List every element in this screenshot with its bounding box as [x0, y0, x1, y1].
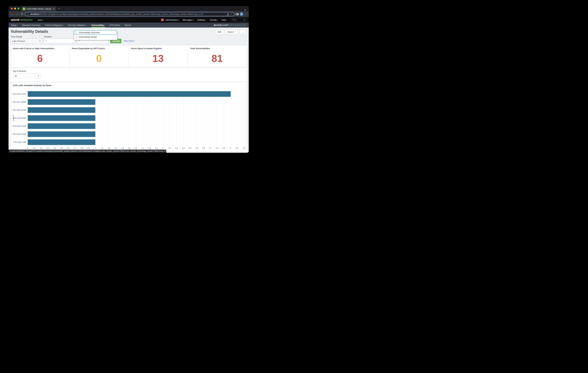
nav-item-mandiant-overview[interactable]: Mandiant Overview [22, 23, 40, 28]
share-icon[interactable] [227, 13, 229, 15]
browser-toolbar: ← → i localhost:8000/en-US/app/TA-mandia… [9, 11, 249, 17]
dropdown-item-1[interactable]: ✓Vulnerability Details [75, 35, 116, 39]
splunk-logo[interactable]: splunk>enterprise [11, 18, 32, 21]
nav-item-search[interactable]: Search [125, 23, 131, 28]
nav-item-setup[interactable]: Setup▾ [11, 23, 18, 28]
bookmark-star-icon[interactable]: ☆ [230, 13, 232, 16]
header-menu-messages[interactable]: Messages▾ [183, 19, 194, 21]
browser-tab[interactable]: > Vulnerability Details | Splunk 8. × [21, 7, 56, 11]
header-menu-administrator[interactable]: Administrator▾ [165, 19, 179, 21]
bar-CVE-2022-1786[interactable] [28, 139, 95, 145]
gridline [183, 90, 183, 146]
forward-icon[interactable]: → [15, 13, 19, 16]
gridline [190, 90, 190, 146]
screen: > Vulnerability Details | Splunk 8. × + … [0, 0, 257, 163]
dropdown-item-0[interactable]: Vulnerability Overview [75, 30, 116, 35]
nav-item-threat-intelligence[interactable]: Threat Intelligence▾ [45, 23, 63, 28]
top-n-label: Top N Results [13, 70, 26, 72]
kpi-panel-0: Hosts with Critical or High Vulnerabilit… [11, 46, 69, 67]
view-dropdown-list: Vulnerability Overview✓Vulnerability Det… [75, 30, 116, 39]
x-tick-label: 0.4 [53, 147, 56, 149]
x-tick-label: 1.8 [148, 147, 151, 149]
bar-CVE-2018-16750[interactable] [28, 107, 95, 113]
gridline [102, 90, 102, 146]
time-range-label: Time Range [11, 35, 22, 38]
find-box[interactable] [231, 18, 246, 22]
export-button[interactable]: Export▾ [225, 30, 238, 34]
site-info-icon[interactable]: i [27, 13, 29, 15]
browser-window: > Vulnerability Details | Splunk 8. × + … [9, 6, 249, 153]
search-icon [243, 19, 245, 21]
chart-title: CVEs with Available Exploits by Hosts [13, 84, 52, 87]
splunk-header: splunk>enterprise Apps▾ ! Administrator▾… [9, 17, 249, 23]
header-menu-activity[interactable]: Activity▾ [210, 19, 218, 21]
nav-item-dtm-alerts[interactable]: DTM Alerts [110, 23, 120, 28]
x-tick-label: 2.9 [223, 147, 225, 149]
gridline [149, 90, 150, 146]
url-text: localhost:8000/en-US/app/TA-mandiant-adv… [30, 13, 226, 15]
window-controls[interactable] [11, 8, 19, 10]
bar-CVE-2017-12805[interactable] [28, 99, 95, 105]
header-menu-settings[interactable]: Settings▾ [197, 19, 206, 21]
top-n-select[interactable]: 10▼ [13, 73, 41, 78]
back-icon[interactable]: ← [10, 13, 14, 16]
vendors-input[interactable]: * [44, 39, 75, 43]
category-label-CVE-2022-1786: CVE-2022-1786 [13, 141, 26, 143]
gridline [224, 90, 224, 146]
gridline [237, 90, 238, 146]
x-tick-label: 1.7 [141, 147, 144, 149]
mandiant-advantage-logo: MANDIANTADVANTAGE [214, 23, 246, 28]
side-panel-icon[interactable] [236, 13, 238, 15]
close-window-button[interactable] [11, 8, 13, 10]
minimize-window-button[interactable] [14, 8, 16, 10]
zoom-window-button[interactable] [17, 8, 19, 10]
x-tick-label: 2.1 [168, 147, 171, 149]
x-tick-label: 0 [27, 147, 28, 149]
browser-profile-avatar[interactable]: A [240, 12, 243, 16]
bar-CVE-2019-13305[interactable] [28, 131, 95, 137]
edit-button[interactable]: Edit [215, 30, 223, 34]
bar-CVE-2019-13311[interactable] [28, 91, 231, 97]
kpi-value: 6 [11, 50, 69, 66]
nav-item-security-validation[interactable]: Security Validation▾ [68, 23, 87, 28]
browser-menu-icon[interactable]: ⋮ [245, 13, 247, 16]
time-range-select[interactable]: Last 24 hours▼ [11, 39, 42, 43]
x-tick-label: 2.8 [216, 147, 218, 149]
x-tick-label: 2 [162, 147, 163, 149]
kpi-label: Hosts with Critical or High Vulnerabilit… [13, 47, 55, 50]
x-tick-label: 0.3 [47, 147, 49, 149]
bar-CVE-2019-13295[interactable] [28, 123, 95, 129]
kpi-value: 0 [70, 50, 128, 66]
gridline [136, 90, 136, 146]
user-alert-icon: ! [161, 19, 164, 21]
chart-plot-area[interactable] [28, 90, 244, 146]
kpi-label: Hosts Exploitable by APT Actors [72, 47, 105, 50]
dashboard-content: Vulnerability Details Edit Export▾ ... T… [9, 28, 249, 153]
tab-title: Vulnerability Details | Splunk 8. [26, 8, 52, 10]
tab-search-icon[interactable] [245, 8, 246, 9]
nav-item-vulnerability[interactable]: Vulnerability▾ [91, 23, 105, 28]
page-actions: Edit Export▾ ... [215, 30, 246, 34]
x-tick-label: 0.1 [33, 147, 36, 149]
gridline [197, 90, 197, 146]
header-menus: Administrator▾Messages▾Settings▾Activity… [165, 19, 231, 21]
url-bar[interactable]: i localhost:8000/en-US/app/TA-mandiant-a… [25, 12, 234, 16]
app-nav-items: Setup▾Mandiant OverviewThreat Intelligen… [11, 23, 136, 28]
kpi-panel-3: Total Vulnerabilities81 [188, 46, 246, 67]
x-tick-label: 2.4 [189, 147, 191, 149]
header-menu-help[interactable]: Help▾ [221, 19, 227, 21]
gridline [210, 90, 210, 146]
hide-filters-link[interactable]: Hide Filters [124, 40, 134, 42]
bar-CVE-2018-6065[interactable] [28, 115, 95, 121]
find-input[interactable] [232, 19, 243, 21]
x-tick-label: 0.8 [81, 147, 83, 149]
x-tick-label: 2.2 [175, 147, 178, 149]
tab-close-icon[interactable]: × [53, 8, 55, 10]
tab-strip: > Vulnerability Details | Splunk 8. × + [9, 6, 249, 11]
more-actions-button[interactable]: ... [240, 30, 246, 34]
gridline [177, 90, 177, 146]
apps-menu[interactable]: Apps▾ [37, 19, 43, 21]
reload-icon[interactable] [20, 13, 24, 16]
new-tab-button[interactable]: + [58, 7, 60, 10]
view-dropdown-popup: Vulnerability Overview✓Vulnerability Det… [74, 30, 117, 40]
